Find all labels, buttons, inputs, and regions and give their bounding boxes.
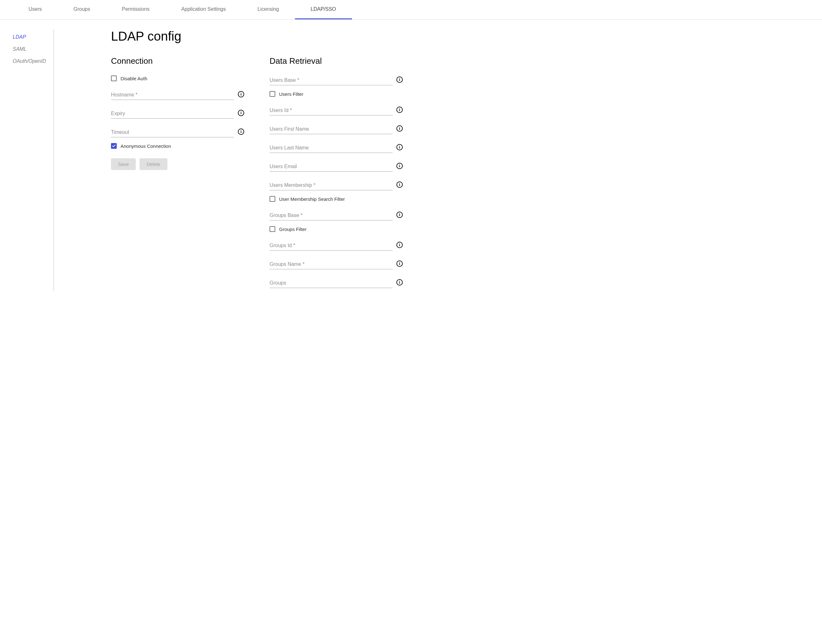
groups-name-input[interactable] [269, 259, 393, 269]
info-icon[interactable]: i [238, 110, 244, 116]
users-id-input[interactable] [269, 106, 393, 115]
hostname-input[interactable] [111, 90, 234, 100]
info-icon[interactable]: i [396, 163, 403, 169]
info-icon[interactable]: i [396, 212, 403, 218]
connection-heading: Connection [111, 56, 244, 66]
users-filter-label: Users Filter [279, 91, 303, 97]
data-retrieval-section: Data Retrieval i Users Filter i [269, 56, 403, 291]
timeout-input[interactable] [111, 127, 234, 137]
info-icon[interactable]: i [396, 261, 403, 267]
tab-ldap-sso[interactable]: LDAP/SSO [295, 0, 352, 19]
tab-licensing[interactable]: Licensing [242, 0, 295, 19]
tab-application-settings[interactable]: Application Settings [165, 0, 242, 19]
tab-groups[interactable]: Groups [58, 0, 106, 19]
user-membership-search-filter-label: User Membership Search Filter [279, 196, 345, 202]
groups-filter-checkbox[interactable] [269, 226, 275, 232]
sidebar-item-saml[interactable]: SAML [13, 43, 54, 55]
users-first-name-input[interactable] [269, 124, 393, 134]
expiry-input[interactable] [111, 109, 234, 119]
info-icon[interactable]: i [396, 242, 403, 248]
sidebar-item-ldap[interactable]: LDAP [13, 31, 54, 43]
info-icon[interactable]: i [238, 91, 244, 97]
data-retrieval-heading: Data Retrieval [269, 56, 403, 66]
sidebar-item-oauth-openid[interactable]: OAuth/OpenID [13, 55, 54, 67]
users-base-input[interactable] [269, 75, 393, 85]
info-icon[interactable]: i [396, 107, 403, 113]
info-icon[interactable]: i [396, 181, 403, 188]
groups-filter-label: Groups Filter [279, 227, 307, 232]
info-icon[interactable]: i [396, 279, 403, 285]
disable-auth-checkbox[interactable] [111, 75, 117, 81]
anonymous-connection-checkbox[interactable] [111, 143, 117, 149]
main-content: LDAP config Connection Disable Auth i [54, 29, 809, 291]
page-title: LDAP config [111, 29, 797, 43]
groups-id-input[interactable] [269, 241, 393, 251]
connection-section: Connection Disable Auth i i [111, 56, 244, 291]
top-tab-bar: Users Groups Permissions Application Set… [0, 0, 822, 20]
info-icon[interactable]: i [396, 144, 403, 150]
side-nav: LDAP SAML OAuth/OpenID [13, 29, 54, 291]
users-filter-checkbox[interactable] [269, 91, 275, 97]
groups-base-input[interactable] [269, 211, 393, 221]
tab-permissions[interactable]: Permissions [106, 0, 165, 19]
info-icon[interactable]: i [396, 125, 403, 132]
info-icon[interactable]: i [396, 77, 403, 83]
anonymous-connection-label: Anonymous Connection [121, 143, 171, 149]
info-icon[interactable]: i [238, 129, 244, 135]
users-last-name-input[interactable] [269, 143, 393, 153]
users-membership-input[interactable] [269, 181, 393, 190]
users-email-input[interactable] [269, 162, 393, 172]
tab-users[interactable]: Users [13, 0, 58, 19]
groups-input[interactable] [269, 278, 393, 288]
disable-auth-label: Disable Auth [121, 76, 147, 81]
user-membership-search-filter-checkbox[interactable] [269, 196, 275, 202]
delete-button[interactable]: Delete [139, 158, 167, 170]
save-button[interactable]: Save [111, 158, 136, 170]
